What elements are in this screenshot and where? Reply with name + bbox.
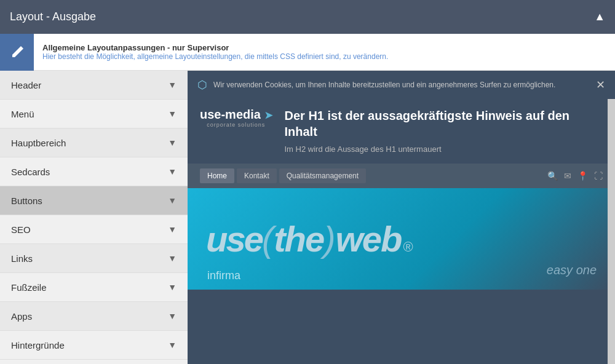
pen-icon <box>9 44 26 61</box>
chevron-down-icon-seo: ▼ <box>168 224 177 234</box>
chevron-down-icon-buttons: ▼ <box>168 196 177 205</box>
notification-bar: Allgemeine Layoutanpassungen - nur Super… <box>0 34 615 71</box>
website-preview: use-media ➤ corporate solutions Der H1 i… <box>188 97 615 364</box>
preview-nav-icons: 🔍 ✉ 📍 ⛶ <box>547 171 603 181</box>
scrollbar[interactable] <box>608 71 615 364</box>
cookie-close-button[interactable]: ✕ <box>596 78 605 92</box>
sidebar-item-hintergrunde[interactable]: Hintergründe ▼ <box>0 331 188 360</box>
sidebar-item-menu[interactable]: Menü ▼ <box>0 100 188 129</box>
preview-logo: use-media ➤ corporate solutions <box>200 108 272 128</box>
preview-h2-text: Im H2 wird die Aussage des H1 untermauer… <box>285 144 603 154</box>
chevron-up-icon[interactable]: ▲ <box>594 10 605 23</box>
chevron-down-icon-links: ▼ <box>168 253 177 263</box>
preview-nav: Home Kontakt Qualitätsmanagement 🔍 ✉ 📍 ⛶ <box>188 164 615 188</box>
hero-logo-container: use ( the ) web ® <box>206 218 413 259</box>
sidebar-label-menu: Menü <box>11 109 34 119</box>
sidebar: Header ▼ Menü ▼ Hauptbereich ▼ Sedcards … <box>0 71 188 364</box>
preview-h1-text: Der H1 ist der aussagekräftigste Hinweis… <box>285 108 603 140</box>
expand-icon[interactable]: ⛶ <box>594 171 603 181</box>
sidebar-item-hauptbereich[interactable]: Hauptbereich ▼ <box>0 129 188 157</box>
nav-item-qualitat[interactable]: Qualitätsmanagement <box>279 168 366 183</box>
top-bar: Layout - Ausgabe ▲ <box>0 0 615 34</box>
chevron-down-icon-header: ▼ <box>168 80 177 90</box>
sidebar-label-fuszeile: Fußzeile <box>11 282 47 293</box>
notification-icon-container <box>0 34 34 71</box>
sidebar-label-links: Links <box>11 253 33 264</box>
notification-content: Allgemeine Layoutanpassungen - nur Super… <box>34 38 397 66</box>
chevron-down-icon-apps: ▼ <box>168 311 177 321</box>
notification-title: Allgemeine Layoutanpassungen - nur Super… <box>42 43 388 52</box>
preview-header: use-media ➤ corporate solutions Der H1 i… <box>188 97 615 164</box>
chevron-down-icon-hintergrunde: ▼ <box>168 340 177 350</box>
sidebar-label-hintergrunde: Hintergründe <box>11 340 65 350</box>
sidebar-item-buttons[interactable]: Buttons ▼ <box>0 186 188 215</box>
logo-arrow: ➤ <box>264 110 272 121</box>
chevron-down-icon-hauptbereich: ▼ <box>168 138 177 148</box>
cookie-popup: ⬡ Wir verwenden Cookies, um Ihnen Inhalt… <box>188 71 615 99</box>
chevron-down-icon-fuszeile: ▼ <box>168 282 177 292</box>
hero-infirma: infirma <box>207 269 240 282</box>
hero-tagline: easy one <box>547 263 597 277</box>
cookie-text: Wir verwenden Cookies, um Ihnen Inhalte … <box>213 81 590 89</box>
location-icon[interactable]: 📍 <box>577 171 588 181</box>
sidebar-label-sedcards: Sedcards <box>11 167 50 177</box>
main-layout: Header ▼ Menü ▼ Hauptbereich ▼ Sedcards … <box>0 71 615 364</box>
sidebar-label-header: Header <box>11 80 41 90</box>
logo-subtitle: corporate solutions <box>207 122 265 128</box>
preview-hero: use ( the ) web ® easy one infirma <box>188 188 615 290</box>
sidebar-item-apps[interactable]: Apps ▼ <box>0 302 188 331</box>
cookie-icon: ⬡ <box>197 78 207 92</box>
chevron-down-icon-sedcards: ▼ <box>168 167 177 176</box>
hero-tagline-text: easy one <box>547 263 597 277</box>
hero-paren-open: ( <box>262 218 274 259</box>
sidebar-item-header[interactable]: Header ▼ <box>0 71 188 100</box>
content-area: ⬡ Wir verwenden Cookies, um Ihnen Inhalt… <box>188 71 615 364</box>
hero-paren-close: ) <box>323 218 335 259</box>
sidebar-label-hauptbereich: Hauptbereich <box>11 138 66 148</box>
hero-the: the <box>274 218 323 259</box>
sidebar-label-apps: Apps <box>11 311 32 322</box>
preview-nav-left: Home Kontakt Qualitätsmanagement <box>200 168 366 183</box>
mail-icon[interactable]: ✉ <box>564 171 571 181</box>
sidebar-label-buttons: Buttons <box>11 196 42 206</box>
sidebar-item-fuszeile[interactable]: Fußzeile ▼ <box>0 273 188 302</box>
search-icon[interactable]: 🔍 <box>547 171 558 181</box>
preview-heading: Der H1 ist der aussagekräftigste Hinweis… <box>285 108 603 154</box>
hero-web: web <box>336 218 402 259</box>
chevron-down-icon-menu: ▼ <box>168 109 177 119</box>
nav-item-kontakt[interactable]: Kontakt <box>237 168 277 183</box>
nav-item-home[interactable]: Home <box>200 168 234 183</box>
hero-infirma-text: infirma <box>207 269 240 282</box>
sidebar-item-sedcards[interactable]: Sedcards ▼ <box>0 157 188 186</box>
sidebar-item-seo[interactable]: SEO ▼ <box>0 215 188 244</box>
notification-subtitle: Hier besteht die Möglichkeit, allgemeine… <box>42 52 388 61</box>
logo-text: use-media ➤ <box>200 108 272 122</box>
sidebar-label-seo: SEO <box>11 224 31 235</box>
sidebar-item-links[interactable]: Links ▼ <box>0 244 188 273</box>
hero-use: use <box>206 218 262 259</box>
page-title: Layout - Ausgabe <box>10 10 96 23</box>
hero-registered: ® <box>403 239 413 255</box>
